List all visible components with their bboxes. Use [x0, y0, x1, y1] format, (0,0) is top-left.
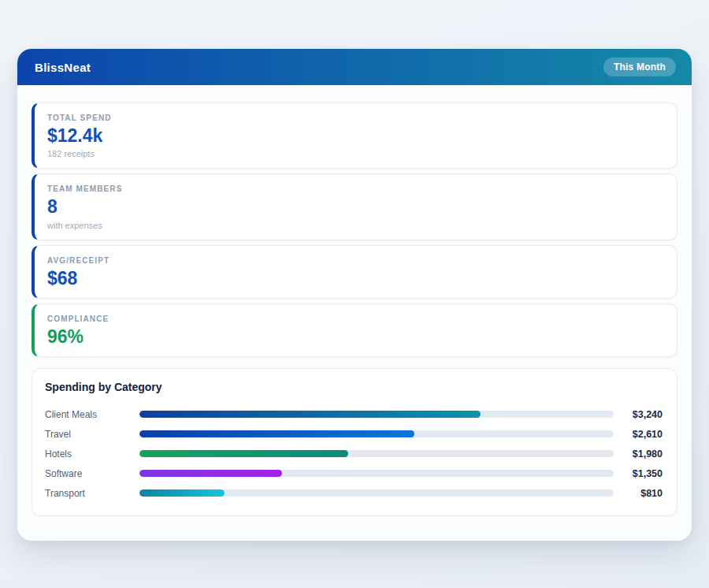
stat-label: COMPLIANCE: [47, 314, 663, 323]
bar-fill: [139, 430, 414, 437]
stat-subtext: with expenses: [47, 221, 663, 230]
chart-row: Hotels$1,980: [45, 444, 663, 463]
chart-value-label: $810: [614, 488, 663, 499]
bar-fill: [139, 470, 282, 477]
bar-track: [139, 411, 614, 418]
app-title: BlissNeat: [35, 61, 91, 74]
bar-fill: [139, 450, 348, 457]
app-header: BlissNeat This Month: [17, 49, 692, 85]
chart-row: Software$1,350: [45, 463, 663, 483]
chart-value-label: $1,350: [614, 468, 663, 479]
stat-value: $68: [47, 269, 663, 288]
bar-fill: [139, 489, 225, 497]
chart-title: Spending by Category: [45, 381, 663, 393]
chart-category-label: Hotels: [45, 448, 139, 460]
stat-card-team-members: TEAM MEMBERS 8 with expenses: [32, 173, 677, 240]
dashboard-panel: BlissNeat This Month TOTAL SPEND $12.4k …: [17, 49, 692, 541]
bar-track: [139, 470, 614, 477]
bar-fill: [139, 411, 481, 418]
spending-by-category-chart: Spending by Category Client Meals$3,240T…: [32, 368, 677, 516]
stat-label: TEAM MEMBERS: [47, 184, 663, 193]
stat-label: TOTAL SPEND: [47, 114, 663, 122]
chart-value-label: $2,610: [614, 429, 663, 440]
chart-row: Transport$810: [45, 483, 663, 503]
bar-track: [139, 430, 614, 437]
chart-category-label: Transport: [45, 488, 139, 499]
period-badge[interactable]: This Month: [603, 58, 676, 76]
stat-value: 96%: [47, 327, 663, 347]
stat-card-compliance: COMPLIANCE 96%: [32, 303, 677, 357]
chart-category-label: Software: [45, 468, 139, 479]
chart-row: Client Meals$3,240: [45, 404, 663, 424]
chart-row: Travel$2,610: [45, 424, 663, 444]
stat-card-avg-receipt: AVG/RECEIPT $68: [32, 245, 677, 299]
chart-value-label: $1,980: [614, 448, 663, 460]
chart-value-label: $3,240: [614, 409, 663, 420]
chart-rows: Client Meals$3,240Travel$2,610Hotels$1,9…: [45, 404, 663, 503]
stat-value: 8: [47, 197, 663, 217]
chart-category-label: Client Meals: [45, 409, 139, 420]
panel-body: TOTAL SPEND $12.4k 182 receipts TEAM MEM…: [17, 85, 692, 530]
bar-track: [139, 450, 614, 457]
chart-category-label: Travel: [45, 429, 139, 440]
bar-track: [139, 489, 614, 497]
stat-value: $12.4k: [47, 126, 663, 146]
stat-card-total-spend: TOTAL SPEND $12.4k 182 receipts: [32, 102, 677, 169]
stat-label: AVG/RECEIPT: [47, 256, 663, 265]
stat-subtext: 182 receipts: [47, 149, 663, 158]
